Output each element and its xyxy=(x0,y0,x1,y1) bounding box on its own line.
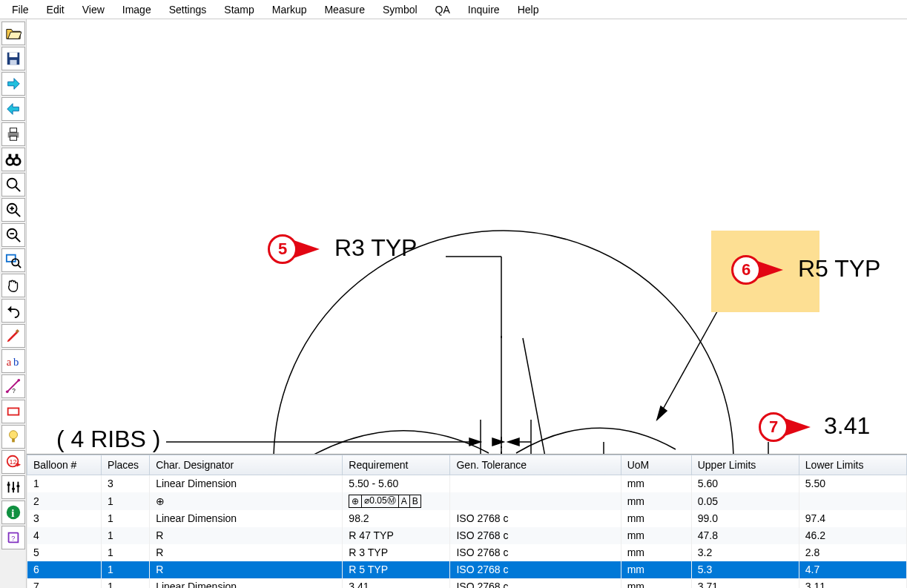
cell: 3 xyxy=(27,510,102,527)
balloon-number: 5 xyxy=(268,234,297,264)
svg-rect-19 xyxy=(6,255,15,262)
menu-image[interactable]: Image xyxy=(113,1,160,18)
balloon-7[interactable]: 7 xyxy=(759,412,788,442)
table-row[interactable]: 61RR 5 TYPISO 2768 cmm5.34.7 xyxy=(27,561,907,578)
cell: 97.4 xyxy=(799,510,906,527)
balloon-6[interactable]: 6 xyxy=(731,255,761,285)
cell: 1 xyxy=(102,561,150,578)
cell: mm xyxy=(621,475,691,492)
svg-rect-1 xyxy=(9,53,17,57)
col-upper-limits[interactable]: Upper Limits xyxy=(691,455,799,475)
menu-symbol[interactable]: Symbol xyxy=(374,1,426,18)
zoom-icon[interactable] xyxy=(1,173,25,196)
balloon-12-icon[interactable]: 12 xyxy=(1,450,25,474)
bulb-icon[interactable] xyxy=(1,425,25,449)
svg-line-11 xyxy=(15,187,19,191)
cell xyxy=(799,492,906,510)
panel-icon[interactable] xyxy=(1,400,25,423)
prev-arrow-icon[interactable] xyxy=(1,97,25,121)
book-icon[interactable]: ? xyxy=(1,526,25,549)
svg-rect-39 xyxy=(12,488,15,490)
text-ab-icon[interactable]: ab xyxy=(1,349,25,373)
cell: ISO 2768 c xyxy=(450,578,621,589)
cell: mm xyxy=(621,561,691,578)
balloon-5[interactable]: 5 xyxy=(268,234,297,264)
cell: 3.71 xyxy=(691,578,799,589)
pan-hand-icon[interactable] xyxy=(1,274,25,297)
cell: Linear Dimension xyxy=(150,578,343,589)
svg-line-13 xyxy=(15,212,19,217)
cell xyxy=(450,492,621,510)
zoom-window-icon[interactable] xyxy=(1,248,25,272)
binoc-icon[interactable] xyxy=(1,148,25,171)
svg-rect-38 xyxy=(7,483,10,486)
col-char-designator[interactable]: Char. Designator xyxy=(150,455,343,475)
menu-markup[interactable]: Markup xyxy=(263,1,316,18)
cell: 3.11 xyxy=(799,578,906,589)
cell: 47.8 xyxy=(691,527,799,544)
adjust-icon[interactable] xyxy=(1,475,25,499)
pencil-icon[interactable] xyxy=(1,324,25,348)
svg-marker-59 xyxy=(657,406,667,420)
svg-marker-53 xyxy=(508,438,519,446)
col-uom[interactable]: UoM xyxy=(621,455,691,475)
open-icon[interactable] xyxy=(1,22,25,45)
table-row[interactable]: 41RR 47 TYPISO 2768 cmm47.846.2 xyxy=(27,527,907,544)
cell: R 47 TYP xyxy=(343,527,450,544)
menu-edit[interactable]: Edit xyxy=(38,1,73,18)
svg-text:i: i xyxy=(11,507,14,519)
menu-help[interactable]: Help xyxy=(509,1,548,18)
callout-text-5: R3 TYP xyxy=(334,234,417,262)
menu-measure[interactable]: Measure xyxy=(315,1,373,18)
svg-point-27 xyxy=(17,379,20,382)
col-lower-limits[interactable]: Lower Limits xyxy=(799,455,906,475)
measure-icon[interactable]: ? xyxy=(1,374,25,398)
cell: 3 xyxy=(102,475,150,492)
print-icon[interactable] xyxy=(1,122,25,146)
zoom-out-icon[interactable] xyxy=(1,223,25,247)
col-places[interactable]: Places xyxy=(102,455,150,475)
menu-view[interactable]: View xyxy=(73,1,113,18)
ribs-note: ( 4 RIBS ) xyxy=(56,426,160,453)
menu-stamp[interactable]: Stamp xyxy=(215,1,263,18)
undo-icon[interactable] xyxy=(1,299,25,323)
svg-rect-30 xyxy=(8,409,18,414)
cell: 46.2 xyxy=(799,527,906,544)
svg-point-26 xyxy=(5,391,8,394)
cell: 6 xyxy=(27,561,102,578)
cell: ISO 2768 c xyxy=(450,544,621,561)
info-icon[interactable]: i xyxy=(1,501,25,524)
zoom-in-icon[interactable] xyxy=(1,198,25,222)
svg-point-7 xyxy=(13,158,20,165)
menu-inquire[interactable]: Inquire xyxy=(459,1,509,18)
cell: 2 xyxy=(27,492,102,510)
svg-rect-40 xyxy=(16,485,19,487)
cell: R 5 TYP xyxy=(343,561,450,578)
cell xyxy=(450,475,621,492)
save-icon[interactable] xyxy=(1,47,25,70)
cell: 4 xyxy=(27,527,102,544)
cell: 0.05 xyxy=(691,492,799,510)
gdt-frame: ⊕⌀0.05ⓂAB xyxy=(349,495,420,508)
menu-file[interactable]: File xyxy=(3,1,38,18)
cell: ⊕ xyxy=(150,492,343,510)
svg-line-17 xyxy=(15,237,19,242)
cell: 3.41 xyxy=(343,578,450,589)
next-arrow-icon[interactable] xyxy=(1,72,25,96)
svg-text:?: ? xyxy=(11,535,15,542)
cell: 99.0 xyxy=(691,510,799,527)
table-row[interactable]: 21⊕⊕⌀0.05ⓂABmm0.05 xyxy=(27,492,907,510)
table-row[interactable]: 13Linear Dimension5.50 - 5.60mm5.605.50 xyxy=(27,475,907,492)
cell: R xyxy=(150,544,343,561)
col-balloon-[interactable]: Balloon # xyxy=(27,455,102,475)
cell: ISO 2768 c xyxy=(450,527,621,544)
col-gen-tolerance[interactable]: Gen. Tolerance xyxy=(450,455,621,475)
drawing-canvas[interactable]: ( 4 RIBS )5R3 TYP6R5 TYP73.41 xyxy=(27,19,907,454)
table-row[interactable]: 51RR 3 TYPISO 2768 cmm3.22.8 xyxy=(27,544,907,561)
table-row[interactable]: 31Linear Dimension98.2ISO 2768 cmm99.097… xyxy=(27,510,907,527)
col-requirement[interactable]: Requirement xyxy=(343,455,450,475)
svg-text:?: ? xyxy=(12,388,16,394)
menu-qa[interactable]: QA xyxy=(426,1,459,18)
table-row[interactable]: 71Linear Dimension3.41ISO 2768 cmm3.713.… xyxy=(27,578,907,589)
menu-settings[interactable]: Settings xyxy=(160,1,216,18)
